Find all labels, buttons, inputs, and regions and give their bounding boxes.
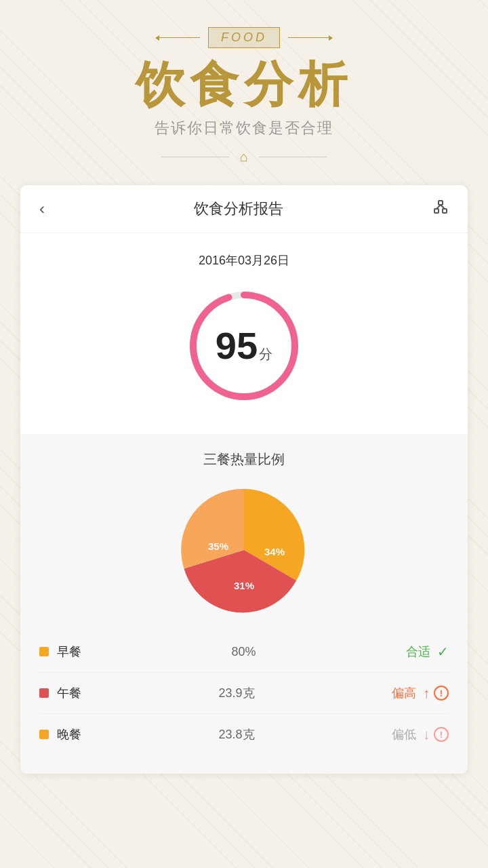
breakfast-indicator: ✓ — [437, 644, 449, 660]
dinner-status: 偏低 — [375, 726, 416, 743]
score-number: 95 — [216, 327, 258, 365]
report-card: ‹ 饮食分析报告 2016年03月26日 95 分 — [20, 185, 468, 774]
dinner-indicator: ↓ — [423, 727, 430, 743]
svg-rect-2 — [443, 209, 447, 213]
score-ring: 95 分 — [183, 285, 305, 407]
divider-line-left — [161, 157, 229, 157]
dinner-warn-icon: ! — [434, 727, 449, 742]
report-title: 饮食分析报告 — [194, 199, 283, 219]
report-header: ‹ 饮食分析报告 — [20, 185, 468, 233]
breakfast-value: 80% — [98, 645, 390, 659]
score-date: 2016年03月26日 — [199, 252, 289, 269]
meal-ratio-title: 三餐热量比例 — [20, 450, 468, 469]
svg-line-4 — [441, 205, 445, 209]
meal-item-breakfast: 早餐 80% 合适 ✓ — [39, 631, 449, 673]
score-section: 2016年03月26日 95 分 — [20, 233, 468, 429]
svg-text:34%: 34% — [264, 546, 285, 557]
share-button[interactable] — [432, 199, 449, 219]
breakfast-status: 合适 — [390, 644, 430, 660]
dinner-value: 23.8克 — [98, 726, 375, 743]
hero-title: 饮食分析 — [136, 58, 352, 111]
badge-line-left — [159, 37, 200, 38]
badge-line-right — [288, 37, 329, 38]
lunch-status: 偏高 — [375, 685, 416, 701]
svg-rect-1 — [434, 209, 439, 213]
meal-item-dinner: 晚餐 23.8克 偏低 ↓ ! — [39, 714, 449, 755]
lunch-name: 午餐 — [57, 685, 98, 701]
svg-text:35%: 35% — [208, 540, 228, 552]
svg-rect-0 — [439, 201, 443, 205]
divider-line-right — [259, 157, 327, 157]
hero-divider: ⌂ — [161, 149, 327, 165]
lunch-warn-icon: ! — [434, 686, 449, 701]
food-badge: FOOD — [159, 27, 329, 48]
meal-item-lunch: 午餐 23.9克 偏高 ↑ ! — [39, 673, 449, 714]
back-button[interactable]: ‹ — [39, 199, 45, 218]
pie-chart: 35% 34% 31% — [20, 482, 468, 618]
score-text: 95 分 — [216, 327, 272, 365]
food-icon: ⌂ — [240, 149, 248, 165]
hero-section: FOOD 饮食分析 告诉你日常饮食是否合理 ⌂ — [0, 0, 488, 185]
lunch-value: 23.9克 — [98, 685, 375, 701]
hero-subtitle: 告诉你日常饮食是否合理 — [155, 118, 333, 138]
badge-text: FOOD — [208, 27, 280, 48]
dinner-name: 晚餐 — [57, 726, 98, 743]
svg-line-3 — [436, 205, 441, 209]
svg-text:31%: 31% — [234, 580, 254, 591]
lunch-indicator: ↑ — [423, 686, 430, 701]
breakfast-dot — [39, 647, 49, 656]
meal-ratio-section: 三餐热量比例 35% 34% 31% — [20, 434, 468, 774]
meal-list: 早餐 80% 合适 ✓ 午餐 23.9克 偏高 ↑ ! 晚餐 23.8克 偏低 … — [20, 631, 468, 755]
lunch-dot — [39, 688, 49, 698]
score-unit: 分 — [259, 345, 272, 363]
breakfast-name: 早餐 — [57, 644, 98, 660]
dinner-dot — [39, 730, 49, 739]
